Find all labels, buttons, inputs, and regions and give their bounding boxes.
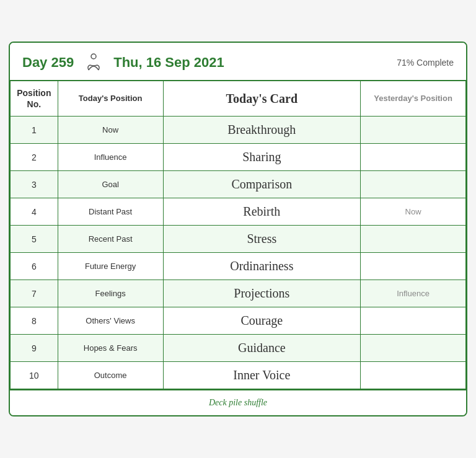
col-header-today-card: Today's Card: [163, 81, 361, 117]
cell-pos-no: 6: [11, 253, 58, 280]
table-row: 9Hopes & FearsGuidance: [11, 335, 466, 362]
cell-pos-no: 3: [11, 171, 58, 198]
cell-today-card: Comparison: [163, 171, 361, 198]
cell-today-card: Rebirth: [163, 198, 361, 226]
cell-today-pos: Influence: [58, 144, 163, 171]
cell-pos-no: 9: [11, 335, 58, 362]
cell-today-pos: Recent Past: [58, 226, 163, 253]
svg-point-0: [91, 54, 96, 59]
cell-pos-no: 2: [11, 144, 58, 171]
cell-yest-pos: Influence: [361, 280, 466, 307]
cell-yest-pos: [361, 335, 466, 362]
meditation-icon: [82, 51, 105, 74]
cell-yest-pos: [361, 226, 466, 253]
cell-today-card: Projections: [163, 280, 361, 307]
complete-label: 71% Complete: [397, 58, 454, 68]
main-table: Position No. Today's Position Today's Ca…: [10, 80, 466, 389]
col-header-today-pos: Today's Position: [58, 81, 163, 117]
cell-yest-pos: [361, 144, 466, 171]
cell-yest-pos: Now: [361, 198, 466, 226]
cell-today-card: Inner Voice: [163, 362, 361, 389]
cell-pos-no: 1: [11, 117, 58, 144]
table-row: 5Recent PastStress: [11, 226, 466, 253]
table-row: 10OutcomeInner Voice: [11, 362, 466, 389]
cell-pos-no: 10: [11, 362, 58, 389]
table-row: 7FeelingsProjectionsInfluence: [11, 280, 466, 307]
cell-today-card: Guidance: [163, 335, 361, 362]
col-header-yest-pos: Yesterday's Position: [361, 81, 466, 117]
cell-pos-no: 4: [11, 198, 58, 226]
cell-today-pos: Goal: [58, 171, 163, 198]
main-card: Day 259 Thu, 16 Sep 2021 71% Complete: [9, 42, 467, 416]
cell-yest-pos: [361, 253, 466, 280]
date-label: Thu, 16 Sep 2021: [113, 55, 224, 71]
cell-today-pos: Now: [58, 117, 163, 144]
cell-today-card: Stress: [163, 226, 361, 253]
cell-today-card: Breakthrough: [163, 117, 361, 144]
footer: Deck pile shuffle: [10, 389, 466, 415]
cell-today-pos: Hopes & Fears: [58, 335, 163, 362]
cell-today-pos: Future Energy: [58, 253, 163, 280]
cell-yest-pos: [361, 362, 466, 389]
table-row: 6Future EnergyOrdinariness: [11, 253, 466, 280]
cell-pos-no: 7: [11, 280, 58, 307]
table-row: 1NowBreakthrough: [11, 117, 466, 144]
cell-today-card: Ordinariness: [163, 253, 361, 280]
cell-yest-pos: [361, 171, 466, 198]
table-header-row: Position No. Today's Position Today's Ca…: [11, 81, 466, 117]
header-left: Day 259 Thu, 16 Sep 2021: [22, 51, 224, 74]
table-row: 8Others' ViewsCourage: [11, 307, 466, 335]
cell-today-pos: Others' Views: [58, 307, 163, 335]
table-row: 2InfluenceSharing: [11, 144, 466, 171]
cell-pos-no: 8: [11, 307, 58, 335]
cell-today-pos: Distant Past: [58, 198, 163, 226]
cell-today-pos: Feelings: [58, 280, 163, 307]
cell-yest-pos: [361, 117, 466, 144]
footer-label: Deck pile shuffle: [209, 398, 267, 407]
cell-yest-pos: [361, 307, 466, 335]
cell-today-card: Sharing: [163, 144, 361, 171]
day-label: Day 259: [22, 55, 74, 71]
table-row: 3GoalComparison: [11, 171, 466, 198]
cell-pos-no: 5: [11, 226, 58, 253]
table-row: 4Distant PastRebirthNow: [11, 198, 466, 226]
header: Day 259 Thu, 16 Sep 2021 71% Complete: [10, 43, 466, 80]
cell-today-card: Courage: [163, 307, 361, 335]
col-header-pos-no: Position No.: [11, 81, 58, 117]
cell-today-pos: Outcome: [58, 362, 163, 389]
